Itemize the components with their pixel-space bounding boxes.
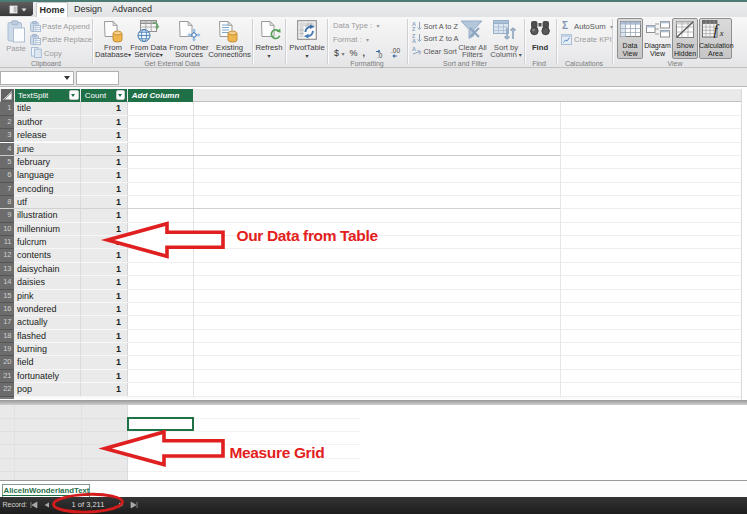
svg-text:.0: .0 [377,52,383,59]
svg-text:f: f [714,22,720,38]
svg-text:x: x [719,28,724,38]
svg-text:.00: .00 [391,48,400,54]
svg-text:A: A [412,38,416,43]
svg-text:A: A [412,46,416,52]
